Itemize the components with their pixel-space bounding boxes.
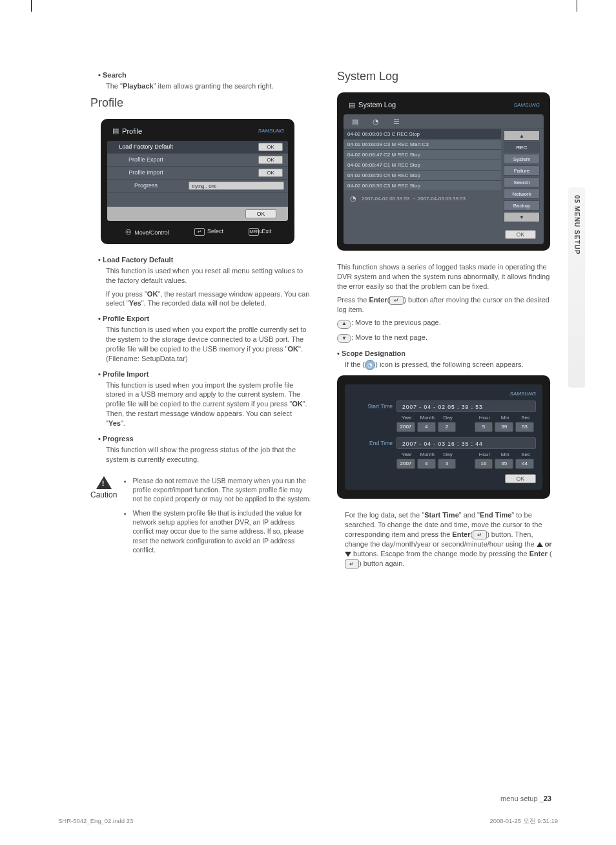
profile-export-heading: Profile Export — [98, 315, 311, 322]
val-year[interactable]: 2007 — [396, 422, 415, 432]
lfd-text-1: This function is used when you reset all… — [106, 266, 311, 286]
print-footer: SHR-5042_Eng_02.indd 23 2008-01-25 오전 9:… — [0, 817, 616, 826]
panel-icon: ▤ — [111, 127, 120, 136]
row-progress: Progress trying.. 0% — [107, 180, 288, 193]
column-headers: Year Month Day Hour Min Sec — [396, 452, 536, 457]
next-page-hint: ▼: Move to the next page. — [337, 333, 558, 343]
start-time-values: 2007 4 2 5 39 53 — [396, 422, 536, 432]
val-day[interactable]: 3 — [438, 459, 457, 469]
scope-ui-panel: SAMSUNG Start Time 2007 - 04 - 02 05 : 3… — [337, 375, 550, 499]
val-month[interactable]: 4 — [417, 422, 436, 432]
up-arrow-icon — [537, 542, 543, 547]
scroll-up-button[interactable]: ▲ — [504, 130, 540, 141]
log-line[interactable]: 04-02 06:08:09 C3 M REC Start C3 — [344, 140, 501, 150]
log-ok-button[interactable]: OK — [505, 230, 536, 239]
end-time-label: End Time — [351, 440, 396, 446]
progress-heading: Progress — [98, 435, 311, 443]
log-side-buttons: ▲ REC System Failure Search Network Back… — [501, 129, 544, 227]
profile-import-heading: Profile Import — [98, 370, 311, 378]
side-network-button[interactable]: Network — [504, 189, 540, 199]
filter-icon[interactable]: ☰ — [391, 117, 402, 126]
down-key-icon: ▼ — [337, 334, 351, 343]
file-name: SHR-5042_Eng_02.indd 23 — [58, 817, 133, 826]
row-profile-import[interactable]: Profile Import OK — [107, 167, 288, 180]
clock-icon: ◔ — [365, 360, 375, 370]
section-tab-label: 05 MENU SETUP — [573, 195, 580, 255]
section-tab: 05 MENU SETUP — [568, 187, 585, 388]
side-backup-button[interactable]: Backup — [504, 200, 540, 211]
side-system-button[interactable]: System — [504, 154, 540, 164]
ok-button[interactable]: OK — [258, 169, 283, 177]
log-toolbar: ▤ ◔ ☰ — [344, 114, 544, 129]
search-heading: Search — [98, 71, 311, 79]
start-time-field[interactable]: 2007 - 04 - 02 05 : 39 : 53 — [396, 401, 536, 412]
move-icon: ◎ — [124, 227, 133, 236]
ok-button[interactable]: OK — [258, 156, 283, 164]
crop-mark — [577, 0, 577, 12]
prev-page-hint: ▲: Move to the previous page. — [337, 318, 558, 328]
side-search-button[interactable]: Search — [504, 177, 540, 187]
syslog-desc: This function shows a series of logged t… — [337, 262, 558, 291]
val-day[interactable]: 2 — [438, 422, 457, 432]
up-key-icon: ▲ — [337, 320, 351, 329]
left-column: Search The "Playback" item allows granti… — [90, 65, 311, 572]
row-load-factory-default[interactable]: Load Factory Default OK — [107, 141, 288, 154]
log-line[interactable]: 04-02 06:08:50 C4 M REC Stop — [344, 171, 501, 181]
scroll-down-button[interactable]: ▼ — [504, 212, 540, 222]
footer-select: ↵Select — [194, 228, 223, 236]
val-hour[interactable]: 16 — [475, 459, 493, 469]
side-rec-button[interactable]: REC — [504, 142, 540, 152]
clock-icon[interactable]: ◔ — [371, 117, 381, 126]
page-crumb: menu setup _23 — [500, 795, 551, 802]
enter-key-icon: ↵ — [473, 530, 487, 539]
val-sec[interactable]: 44 — [515, 459, 534, 469]
caution-item: Please do not remove the USB memory when… — [132, 476, 311, 504]
panel-title: System Log — [358, 101, 396, 109]
log-line[interactable]: 04-02 06:08:47 C1 M REC Stop — [344, 160, 501, 171]
start-time-label: Start Time — [351, 403, 396, 410]
scope-ok-button[interactable]: OK — [505, 474, 536, 483]
progress-text: This function will show the progress sta… — [106, 445, 311, 464]
scope-intro: If the (◔) icon is pressed, the followin… — [345, 360, 558, 370]
log-line[interactable]: 04-02 06:08:47 C2 M REC Stop — [344, 150, 501, 160]
profile-ui-panel: ▤ Profile SAMSUNG Load Factory Default O… — [101, 119, 294, 244]
crop-mark — [31, 0, 32, 12]
profile-heading: Profile — [90, 96, 311, 110]
brand-logo: SAMSUNG — [514, 102, 540, 108]
right-column: System Log ▤ System Log SAMSUNG ▤ ◔ ☰ 0 — [337, 65, 558, 572]
scope-heading: Scope Designation — [337, 349, 558, 357]
log-list: 04-02 06:08:09 C3 C REC Stop 04-02 06:08… — [344, 129, 501, 227]
caution-block: Caution Please do not remove the USB mem… — [90, 476, 311, 559]
footer-move: ◎ Move/Control — [124, 227, 169, 236]
caution-label: Caution — [90, 490, 117, 499]
val-min[interactable]: 39 — [495, 422, 513, 432]
down-arrow-icon — [345, 552, 351, 557]
syslog-press-enter: Press the Enter(↵) button after moving t… — [337, 295, 558, 315]
clock-icon: ◔ — [349, 194, 358, 203]
side-failure-button[interactable]: Failure — [504, 165, 540, 176]
log-line[interactable]: 04-02 06:08:09 C3 C REC Stop — [344, 129, 501, 140]
calendar-icon[interactable]: ▤ — [350, 117, 360, 126]
val-hour[interactable]: 5 — [475, 422, 493, 432]
profile-export-text: This function is used when you export th… — [106, 325, 311, 363]
log-line[interactable]: 04-02 06:08:50 C3 M REC Stop — [344, 181, 501, 191]
ok-button[interactable]: OK — [258, 143, 283, 151]
enter-key-icon: ↵ — [389, 296, 404, 305]
val-month[interactable]: 4 — [417, 459, 436, 469]
val-min[interactable]: 35 — [495, 459, 513, 469]
val-year[interactable]: 2007 — [396, 459, 415, 469]
enter-key-icon: ↵ — [194, 228, 205, 236]
lfd-heading: Load Factory Default — [98, 256, 311, 264]
lfd-text-2: If you press "OK", the restart message w… — [106, 289, 311, 309]
val-sec[interactable]: 53 — [515, 422, 534, 432]
row-profile-export[interactable]: Profile Export OK — [107, 154, 288, 167]
panel-ok-button[interactable]: OK — [245, 209, 276, 218]
scope-desc: For the log data, set the "Start Time" a… — [345, 510, 558, 569]
log-status: ◔ 2007-04-02 05:39:53 → 2007-04-03 05:39… — [344, 191, 501, 205]
brand-logo: SAMSUNG — [351, 391, 536, 397]
end-time-field[interactable]: 2007 - 04 - 03 16 : 35 : 44 — [396, 437, 536, 449]
progress-field: trying.. 0% — [189, 182, 284, 190]
enter-key-icon: ↵ — [345, 559, 359, 569]
profile-import-text: This function is used when you import th… — [106, 381, 311, 428]
caution-icon — [96, 476, 112, 489]
